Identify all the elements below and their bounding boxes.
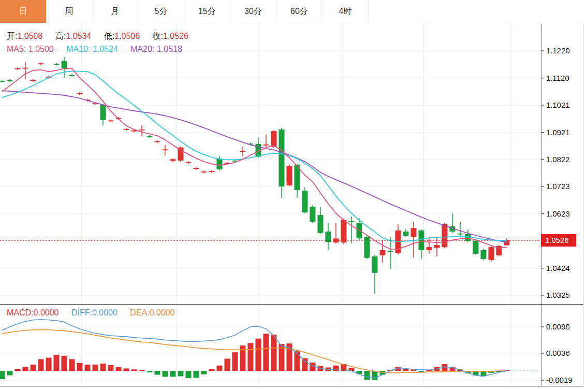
high-legend: 高:1.0534: [55, 32, 91, 40]
candle-body: [372, 256, 378, 273]
candle-body: [77, 93, 83, 94]
trading-chart-app: 日周月5分15分30分60分4时 1.12201.11201.10211.092…: [0, 0, 588, 389]
candle-body: [427, 247, 432, 250]
candle-body: [124, 129, 129, 130]
candle-body: [403, 232, 409, 236]
macd-bar: [124, 368, 129, 371]
candle-body: [458, 234, 463, 235]
ma-legend: MA5: 1.0500 MA10: 1.0524 MA20: 1.0518: [7, 45, 193, 54]
candle-body: [201, 171, 207, 172]
candle-body: [434, 245, 440, 248]
candle-body: [318, 215, 324, 233]
axis-tick-label: 1.1120: [546, 74, 569, 82]
timeframe-tabs: 日周月5分15分30分60分4时: [0, 0, 588, 23]
candle-body: [108, 120, 114, 121]
axis-tick-label: 0.0036: [546, 349, 570, 357]
tab-day[interactable]: 日: [0, 0, 46, 23]
macd-bar: [364, 371, 370, 380]
candle-body: [489, 247, 494, 260]
macd-bar: [170, 371, 176, 377]
candle-body: [333, 238, 339, 242]
ma20-line: [2, 91, 507, 242]
diff-value-legend: DIFF:0.0000: [71, 308, 117, 317]
macd-bar: [108, 365, 114, 371]
macd-bar: [263, 334, 269, 371]
macd-bar: [31, 365, 36, 371]
macd-bar: [139, 370, 145, 371]
tab-4hour[interactable]: 4时: [322, 0, 369, 23]
macd-bar: [403, 369, 409, 371]
candle-body: [349, 221, 355, 222]
candle-body: [155, 141, 160, 142]
candle-body: [194, 168, 199, 169]
macd-bar: [155, 371, 160, 375]
macd-bar: [116, 367, 122, 371]
candle-body: [240, 151, 246, 152]
ma20-legend: MA20: 1.0518: [130, 45, 182, 53]
candle-body: [287, 166, 292, 185]
macd-bar: [271, 335, 277, 371]
candle-body: [419, 230, 424, 250]
candle-body: [263, 145, 269, 146]
candle-body: [186, 162, 192, 163]
macd-bar: [419, 371, 424, 372]
macd-bar: [248, 343, 254, 371]
macd-bar: [186, 371, 192, 378]
macd-bar: [201, 371, 207, 374]
macd-bar: [62, 356, 67, 371]
macd-bar: [217, 366, 223, 371]
macd-bar: [131, 369, 137, 371]
candle-body: [100, 105, 106, 120]
macd-bar: [209, 369, 215, 371]
macd-bar: [85, 365, 91, 371]
macd-bar: [295, 351, 300, 371]
candle-body: [481, 250, 487, 259]
tab-15min[interactable]: 15分: [184, 0, 230, 23]
axis-tick-label: 1.0822: [546, 155, 570, 164]
macd-bar: [38, 359, 44, 371]
tab-5min[interactable]: 5分: [138, 0, 184, 23]
ohlc-legend: 开:1.0508 高:1.0534 低:1.0506 收:1.0526: [7, 31, 199, 42]
candle-body: [473, 241, 479, 254]
macd-value-legend: MACD:0.0000: [7, 308, 59, 317]
tab-30min[interactable]: 30分: [230, 0, 276, 23]
candle-body: [23, 68, 28, 69]
macd-bar: [93, 365, 98, 371]
open-legend: 开:1.0508: [7, 32, 42, 40]
candle-body: [442, 224, 448, 247]
ma10-line: [2, 71, 507, 242]
candle-body: [38, 63, 44, 64]
macd-bar: [240, 345, 246, 371]
candle-body: [364, 237, 370, 258]
candle-body: [163, 149, 168, 150]
candle-body: [170, 159, 176, 161]
candlestick-chart-canvas[interactable]: 1.12201.11201.10211.09211.08221.07231.06…: [0, 23, 588, 389]
tab-60min[interactable]: 60分: [276, 0, 322, 23]
candle-body: [7, 80, 13, 81]
low-legend: 低:1.0506: [104, 32, 140, 40]
macd-bar: [194, 371, 199, 378]
candle-body: [147, 136, 153, 137]
macd-bar: [23, 367, 28, 371]
macd-bar: [178, 371, 184, 376]
current-price-badge-label: 1.0526: [545, 236, 569, 244]
tab-month[interactable]: 月: [92, 0, 138, 23]
close-legend: 收:1.0526: [153, 32, 188, 40]
candle-body: [69, 75, 75, 76]
candle-body: [388, 251, 393, 252]
macd-bar: [69, 359, 75, 371]
axis-tick-label: 1.0921: [546, 128, 570, 137]
candle-body: [271, 131, 277, 147]
dea-value-legend: DEA:0.0000: [130, 308, 174, 317]
macd-bar: [54, 355, 60, 371]
candle-body: [380, 250, 386, 255]
axis-tick-label: 0.0090: [546, 322, 570, 331]
macd-bar: [256, 339, 261, 371]
ma5-legend: MA5: 1.0500: [7, 45, 54, 53]
tab-week[interactable]: 周: [46, 0, 92, 23]
macd-bar: [232, 352, 238, 371]
axis-tick-label: -0.0019: [546, 376, 572, 384]
ma5-line: [2, 68, 507, 249]
axis-tick-label: 1.0325: [546, 291, 570, 299]
macd-bar: [0, 371, 5, 379]
